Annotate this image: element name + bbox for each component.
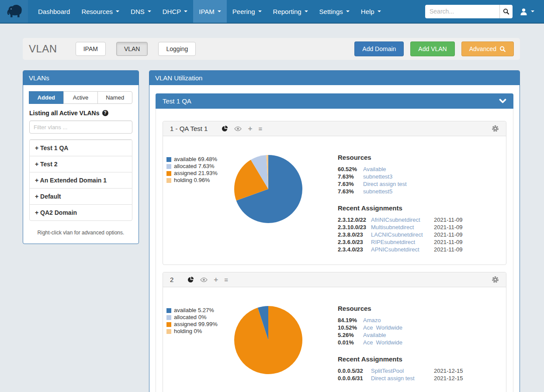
vlan-filter-tab[interactable]: Added <box>29 91 64 104</box>
pie-chart-icon[interactable] <box>187 276 194 283</box>
block-toolbar: + ≡ <box>187 276 228 283</box>
provision-mammoth-logo[interactable] <box>0 0 28 23</box>
assignment-date: 2021-12-15 <box>434 375 467 382</box>
chevron-down-icon[interactable] <box>499 98 506 104</box>
legend-swatch <box>166 322 171 327</box>
nav-item-label: Settings <box>319 8 343 15</box>
add-vlan-button[interactable]: Add VLAN <box>410 41 454 56</box>
nav-item[interactable]: DNS <box>125 0 157 23</box>
resource-link[interactable]: Direct assign test <box>363 180 467 188</box>
resources-heading: Resources <box>338 305 467 312</box>
resource-percent: 84.19% <box>338 316 363 324</box>
assignment-row: 2.3.6.0/23 RIPEsubnetdirect 2021-11-09 <box>338 238 467 246</box>
assignment-link[interactable]: AfriNICsubnetdirect <box>371 216 434 224</box>
vlan-filter-input[interactable] <box>29 120 132 134</box>
assignment-link[interactable]: Direct assign test <box>371 375 434 382</box>
legend-swatch <box>166 308 171 313</box>
pie-legend: available 69.48% allocated 7.63% <box>166 156 233 184</box>
gear-icon[interactable] <box>492 276 499 283</box>
caret-down-icon <box>116 10 119 12</box>
nav-item-label: Peering <box>232 8 255 15</box>
resources-list: 60.52% Available 7.63% subnettest3 <box>338 165 467 195</box>
view-tab-button[interactable]: Logging <box>158 42 196 56</box>
assignments-list: 0.0.0.5/32 SplitTestPool 2021-12-15 0.0.… <box>338 367 467 382</box>
add-domain-button[interactable]: Add Domain <box>354 41 404 56</box>
nav-item[interactable]: Resources <box>76 0 125 23</box>
caret-down-icon <box>346 10 350 12</box>
resource-link[interactable]: Available <box>363 331 467 339</box>
pie-chart <box>233 305 304 375</box>
assignment-link[interactable]: SplitTestPool <box>371 367 434 375</box>
assignment-date: 2021-11-09 <box>434 224 467 231</box>
user-menu[interactable] <box>513 8 541 15</box>
vlan-filter-tab[interactable]: Named <box>97 91 132 104</box>
header-actions: Add Domain Add VLAN Advanced <box>354 41 514 56</box>
vlan-list-item[interactable]: + An Extended Domain 1 <box>30 172 132 188</box>
vlan-list-item[interactable]: + QA2 Domain <box>30 204 132 220</box>
nav-item[interactable]: Dashboard <box>32 0 76 23</box>
assignment-cidr: 0.0.0.6/31 <box>338 375 371 382</box>
caret-down-icon <box>258 10 262 12</box>
resource-row: 5.26% Available <box>338 331 467 339</box>
caret-down-icon <box>531 10 534 12</box>
gear-icon[interactable] <box>492 125 499 132</box>
assignments-heading: Recent Assignments <box>338 355 467 363</box>
resource-link[interactable]: Amazo <box>363 316 467 324</box>
assignment-link[interactable]: Multisubnetdirect <box>371 224 434 231</box>
add-icon[interactable]: + <box>214 277 218 283</box>
listing-label-text: Listing all Active VLANs <box>29 110 100 117</box>
vlan-list-item[interactable]: + Test 2 <box>30 156 132 172</box>
vlan-block-2: 2 <box>163 272 506 392</box>
caret-down-icon <box>218 10 221 12</box>
assignments-heading: Recent Assignments <box>338 204 467 212</box>
vlan-list-item[interactable]: + Test 1 QA <box>30 140 132 156</box>
advanced-button[interactable]: Advanced <box>461 41 514 56</box>
assignment-date: 2021-11-09 <box>434 216 467 224</box>
domain-group-title: Test 1 QA <box>163 97 191 105</box>
legend-row: holding 0% <box>166 328 233 335</box>
eye-icon[interactable] <box>200 277 208 282</box>
assignment-link[interactable]: RIPEsubnetdirect <box>371 238 434 246</box>
assignment-link[interactable]: APNICsubnetdirect <box>371 246 434 253</box>
assignment-link[interactable]: LACNICsubnetdirect <box>371 231 434 238</box>
search-button[interactable] <box>499 5 513 18</box>
nav-item[interactable]: Help <box>355 0 387 23</box>
view-tab-button[interactable]: IPAM <box>76 42 106 56</box>
menu-bars-icon[interactable]: ≡ <box>258 126 262 132</box>
assignment-cidr: 0.0.0.5/32 <box>338 367 371 375</box>
nav-item[interactable]: Reporting <box>267 0 314 23</box>
help-icon[interactable]: ? <box>102 110 108 116</box>
assignment-cidr: 2.3.4.0/23 <box>338 246 371 253</box>
view-tab-button[interactable]: VLAN <box>116 42 148 56</box>
add-icon[interactable]: + <box>248 126 252 132</box>
user-icon <box>520 8 528 15</box>
legend-row: available 5.27% <box>166 307 233 314</box>
nav-item[interactable]: Peering <box>227 0 267 23</box>
assignment-cidr: 2.3.6.0/23 <box>338 238 371 246</box>
advanced-search-icon <box>499 46 506 52</box>
caret-down-icon <box>148 10 151 12</box>
vlans-panel-note: Right-click vlan for advanced options. <box>29 230 132 236</box>
domain-group-header[interactable]: Test 1 QA <box>156 93 513 109</box>
legend-swatch <box>166 315 171 320</box>
resource-link[interactable]: Ace Worldwide <box>363 339 467 346</box>
resource-link[interactable]: subnettest3 <box>363 173 467 180</box>
assignment-cidr: 2.3.12.0/22 <box>338 216 371 224</box>
nav-item[interactable]: Settings <box>314 0 355 23</box>
nav-item[interactable]: DHCP <box>157 0 194 23</box>
pie-slice-assigned <box>234 306 302 374</box>
resource-percent: 7.63% <box>338 180 363 188</box>
search-input[interactable] <box>425 5 499 18</box>
resource-link[interactable]: Ace Worldwide <box>363 324 467 331</box>
resource-link[interactable]: subnettest5 <box>363 188 467 195</box>
assignment-date: 2021-11-09 <box>434 231 467 238</box>
menu-bars-icon[interactable]: ≡ <box>224 277 228 283</box>
assignment-row: 2.3.8.0/23 LACNICsubnetdirect 2021-11-09 <box>338 231 467 238</box>
pie-chart-icon[interactable] <box>222 125 228 132</box>
nav-item[interactable]: IPAM <box>193 0 227 23</box>
vlan-filter-tab[interactable]: Active <box>63 91 98 104</box>
vlan-list-item[interactable]: + Default <box>30 188 132 204</box>
eye-icon[interactable] <box>234 126 242 131</box>
resources-heading: Resources <box>338 154 467 161</box>
resource-link[interactable]: Available <box>363 165 467 173</box>
